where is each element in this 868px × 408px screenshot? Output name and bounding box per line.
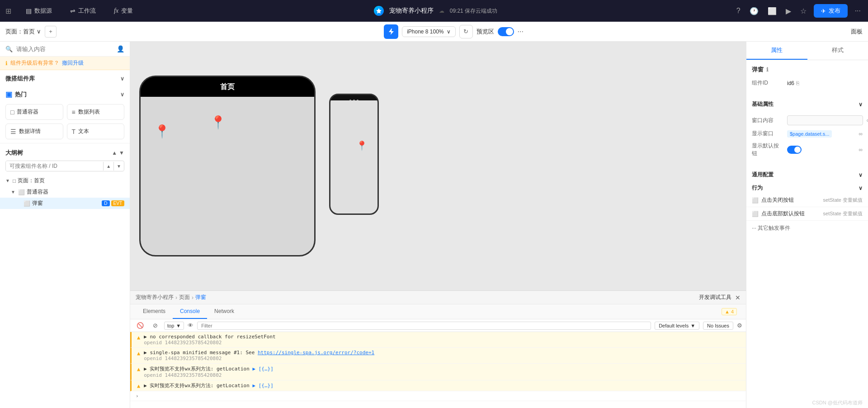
tab-network[interactable]: Network: [207, 304, 241, 319]
nav-workflow[interactable]: ⇌ 工作流: [66, 5, 99, 17]
search-down-btn[interactable]: ▼: [113, 162, 124, 171]
tab-console[interactable]: Console: [173, 304, 207, 319]
comp-datalist[interactable]: ≡ 数据列表: [67, 104, 125, 120]
component-info-icon[interactable]: ℹ: [766, 66, 769, 73]
filter-input[interactable]: [197, 322, 651, 330]
comp-text-label: 文本: [78, 128, 89, 135]
add-page-button[interactable]: +: [45, 26, 57, 38]
log-text: ▶ 实时预览不支持wx系列方法: getLocation ▶ [{…}]: [144, 382, 274, 389]
fullscreen-icon[interactable]: ⬜: [766, 5, 778, 17]
comp-container[interactable]: □ 普通容器: [5, 104, 63, 120]
copy-id-icon[interactable]: ⎘: [796, 80, 799, 86]
cloud-icon: ☁: [439, 8, 444, 14]
devtools-close-button[interactable]: ✕: [735, 294, 741, 301]
devtools-header: 宠物寄养小程序 › 页面 › 弹窗 开发调试工具 ✕: [130, 291, 746, 304]
clear-console-btn[interactable]: 🚫: [134, 321, 146, 330]
warn-count-badge: ▲ 4: [722, 308, 737, 315]
comp-text[interactable]: T 文本: [67, 123, 125, 139]
tab-elements[interactable]: Elements: [136, 304, 173, 319]
upgrade-link[interactable]: 撤回升级: [62, 59, 84, 67]
window-content-input[interactable]: [787, 115, 863, 125]
show-default-link-icon[interactable]: ∞: [859, 147, 863, 153]
workflow-icon: ⇌: [70, 7, 75, 14]
search-icon: 🔍: [5, 46, 13, 52]
settings-icon[interactable]: ☆: [798, 5, 808, 17]
preview-toggle[interactable]: [498, 27, 514, 36]
outline-title: 大纲树: [5, 149, 23, 157]
tab-styles-label: 样式: [832, 47, 844, 53]
log-link[interactable]: https://single-spa.js.org/error/?code=1: [258, 350, 374, 356]
show-default-btn-toggle[interactable]: [787, 146, 802, 154]
display-window-link-icon[interactable]: ∞: [859, 131, 863, 137]
default-levels-label: Default levels: [659, 323, 689, 328]
history-icon[interactable]: 🕐: [748, 5, 760, 17]
comp-datadetail[interactable]: ☰ 数据详情: [5, 123, 63, 139]
page-toolbar-center: iPhone 8 100% ∨ ↻ 预览区 ···: [60, 24, 847, 39]
default-btn-label-row: ⬜ 点击底部默认按钮: [752, 210, 805, 218]
tree-node-container[interactable]: ▼ ⬜ 普通容器: [0, 186, 130, 198]
variables-icon: fx: [114, 7, 118, 14]
log-prompt-row: ›: [130, 391, 746, 401]
tree-node-modal[interactable]: ▶ ⬜ 弹窗 D EVT: [0, 198, 130, 209]
user-manage-icon[interactable]: 👤: [117, 45, 124, 52]
search-up-btn[interactable]: ▲: [103, 162, 113, 171]
breadcrumb-app: 宠物寄养小程序: [136, 294, 174, 301]
expand-page-icon: ▼: [5, 178, 11, 183]
outline-up-btn[interactable]: ▲: [112, 150, 117, 156]
general-config-label: 通用配置: [752, 171, 774, 179]
component-id-value: id6 ⎘: [787, 80, 863, 86]
search-input[interactable]: [16, 46, 113, 52]
modal-node-icon: ⬜: [24, 200, 30, 207]
upgrade-text: 组件升级后有异常？: [10, 59, 59, 67]
log-text: ▶ no corresponded callback for resizeSet…: [144, 334, 275, 340]
tab-styles[interactable]: 样式: [807, 42, 868, 60]
console-settings-btn[interactable]: ⚙: [737, 322, 742, 329]
log-expand[interactable]: ▶ [{…}]: [252, 383, 273, 389]
map-pin-2: 📍: [210, 115, 226, 130]
outline-actions: ▲ ▼: [112, 150, 124, 156]
eye-button[interactable]: 👁: [188, 322, 193, 329]
nav-datasource[interactable]: ▤ 数据源: [22, 5, 56, 17]
publish-button[interactable]: ✈ 发布: [814, 4, 848, 18]
breadcrumb-component[interactable]: 弹窗: [195, 294, 206, 301]
device-selector[interactable]: iPhone 8 100% ∨: [402, 26, 455, 37]
no-issues-btn[interactable]: No Issues: [703, 322, 733, 330]
nav-variables[interactable]: fx 变量: [110, 5, 137, 17]
behavior-label: 行为: [752, 184, 763, 192]
main-content: 🔍 👤 ℹ 组件升级后有异常？ 撤回升级 微搭组件库 ∨ ▣ 热门 ∨ □ 普通…: [0, 42, 868, 408]
comp-datalist-label: 数据列表: [78, 108, 100, 116]
left-panel: 🔍 👤 ℹ 组件升级后有异常？ 撤回升级 微搭组件库 ∨ ▣ 热门 ∨ □ 普通…: [0, 42, 130, 408]
micro-comp-chevron-icon[interactable]: ∨: [120, 76, 124, 82]
filter-toggle-btn[interactable]: ⊘: [150, 321, 160, 330]
basic-props-header[interactable]: 基础属性 ∨: [746, 97, 868, 110]
outline-section: 大纲树 ▲ ▼ ▲ ▼ ▼ □ 页面：首页 ▼ ⬜: [0, 143, 130, 408]
upgrade-notice: ℹ 组件升级后有异常？ 撤回升级: [0, 57, 130, 70]
top-selector[interactable]: top ▼: [164, 322, 184, 330]
refresh-button[interactable]: ↻: [459, 25, 473, 38]
general-config-header[interactable]: 通用配置 ∨: [746, 167, 868, 180]
run-icon[interactable]: ▶: [784, 5, 793, 17]
help-icon[interactable]: ?: [735, 5, 742, 17]
datadetail-icon: ☰: [10, 128, 16, 135]
center-area: 首页 📍 📍: [130, 42, 746, 408]
display-window-expr[interactable]: $page.dataset.s...: [787, 130, 832, 138]
tree-node-page[interactable]: ▼ □ 页面：首页: [0, 175, 130, 186]
hot-chevron-icon[interactable]: ∨: [120, 91, 124, 98]
nav-workflow-label: 工作流: [78, 7, 96, 15]
outline-down-btn[interactable]: ▼: [119, 150, 124, 156]
outline-search-input[interactable]: [6, 161, 103, 171]
behavior-header[interactable]: 行为 ∨: [746, 180, 868, 194]
default-levels-btn[interactable]: Default levels ▼: [655, 322, 699, 330]
more-events[interactable]: ··· 其它触发事件: [746, 221, 868, 236]
default-btn-icon: ⬜: [752, 211, 759, 217]
more-button[interactable]: ···: [853, 5, 863, 17]
preview-more-icon[interactable]: ···: [518, 28, 524, 36]
grid-icon[interactable]: ⊞: [5, 7, 11, 15]
page-selector[interactable]: 页面：首页 ∨: [5, 28, 41, 36]
preview-mode-button[interactable]: [384, 24, 398, 39]
canvas-scroll[interactable]: 首页 📍 📍: [130, 42, 746, 290]
log-expand[interactable]: ▶ [{…}]: [252, 366, 273, 372]
tab-properties[interactable]: 属性: [746, 42, 807, 60]
log-subtext: openid 1448239235785420802: [144, 356, 374, 361]
tree-node-container-label: 普通容器: [27, 188, 48, 196]
